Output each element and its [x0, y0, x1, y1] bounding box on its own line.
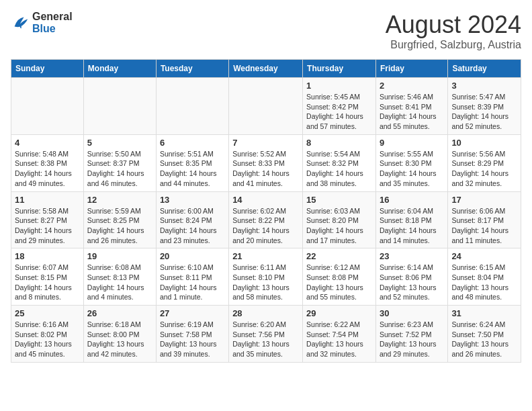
day-number: 23	[380, 251, 444, 261]
location-subtitle: Burgfried, Salzburg, Austria	[386, 39, 521, 51]
day-info: Sunrise: 5:46 AMSunset: 8:41 PMDaylight:…	[380, 92, 444, 132]
calendar-cell: 29Sunrise: 6:22 AMSunset: 7:54 PMDayligh…	[303, 306, 376, 363]
calendar-cell: 7Sunrise: 5:52 AMSunset: 8:33 PMDaylight…	[229, 134, 303, 191]
day-number: 21	[232, 251, 299, 261]
day-info: Sunrise: 5:50 AMSunset: 8:37 PMDaylight:…	[87, 149, 152, 189]
day-number: 9	[380, 138, 444, 148]
logo-text: General Blue	[32, 11, 73, 35]
calendar-cell	[83, 78, 156, 135]
calendar-cell: 2Sunrise: 5:46 AMSunset: 8:41 PMDaylight…	[375, 78, 447, 135]
weekday-header-row: SundayMondayTuesdayWednesdayThursdayFrid…	[11, 60, 521, 78]
weekday-header-sunday: Sunday	[11, 60, 84, 78]
day-info: Sunrise: 6:24 AMSunset: 7:50 PMDaylight:…	[451, 320, 517, 359]
day-info: Sunrise: 5:52 AMSunset: 8:33 PMDaylight:…	[232, 149, 299, 189]
calendar-cell: 9Sunrise: 5:55 AMSunset: 8:30 PMDaylight…	[375, 134, 447, 191]
day-info: Sunrise: 6:15 AMSunset: 8:04 PMDaylight:…	[451, 263, 517, 302]
day-info: Sunrise: 6:16 AMSunset: 8:02 PMDaylight:…	[15, 320, 80, 359]
day-number: 6	[160, 138, 225, 148]
calendar-week-3: 11Sunrise: 5:58 AMSunset: 8:27 PMDayligh…	[11, 191, 521, 248]
weekday-header-monday: Monday	[83, 60, 156, 78]
weekday-header-saturday: Saturday	[448, 60, 521, 78]
day-info: Sunrise: 6:23 AMSunset: 7:52 PMDaylight:…	[380, 320, 444, 359]
day-number: 27	[160, 308, 225, 318]
calendar-cell: 31Sunrise: 6:24 AMSunset: 7:50 PMDayligh…	[448, 306, 521, 363]
day-number: 30	[380, 308, 444, 318]
calendar-cell: 25Sunrise: 6:16 AMSunset: 8:02 PMDayligh…	[11, 306, 84, 363]
calendar-week-1: 1Sunrise: 5:45 AMSunset: 8:42 PMDaylight…	[11, 78, 521, 135]
day-info: Sunrise: 6:22 AMSunset: 7:54 PMDaylight:…	[306, 320, 372, 359]
day-info: Sunrise: 6:06 AMSunset: 8:17 PMDaylight:…	[451, 206, 517, 246]
day-number: 16	[380, 195, 444, 205]
day-info: Sunrise: 6:02 AMSunset: 8:22 PMDaylight:…	[232, 206, 299, 246]
day-info: Sunrise: 5:45 AMSunset: 8:42 PMDaylight:…	[306, 92, 372, 132]
calendar-cell: 4Sunrise: 5:48 AMSunset: 8:38 PMDaylight…	[11, 134, 84, 191]
day-number: 8	[306, 138, 372, 148]
calendar-cell	[156, 78, 228, 135]
calendar-cell: 22Sunrise: 6:12 AMSunset: 8:08 PMDayligh…	[303, 248, 376, 306]
calendar-cell: 6Sunrise: 5:51 AMSunset: 8:35 PMDaylight…	[156, 134, 228, 191]
day-info: Sunrise: 6:03 AMSunset: 8:20 PMDaylight:…	[306, 206, 372, 246]
day-info: Sunrise: 6:11 AMSunset: 8:10 PMDaylight:…	[232, 263, 299, 302]
day-info: Sunrise: 6:07 AMSunset: 8:15 PMDaylight:…	[15, 263, 80, 302]
calendar-cell: 18Sunrise: 6:07 AMSunset: 8:15 PMDayligh…	[11, 248, 84, 306]
day-number: 3	[451, 81, 517, 91]
day-number: 14	[232, 195, 299, 205]
calendar-cell: 8Sunrise: 5:54 AMSunset: 8:32 PMDaylight…	[303, 134, 376, 191]
day-number: 28	[232, 308, 299, 318]
day-info: Sunrise: 6:19 AMSunset: 7:58 PMDaylight:…	[160, 320, 225, 359]
day-info: Sunrise: 5:51 AMSunset: 8:35 PMDaylight:…	[160, 149, 225, 189]
day-info: Sunrise: 6:08 AMSunset: 8:13 PMDaylight:…	[87, 263, 152, 302]
day-number: 18	[15, 251, 80, 261]
calendar-cell: 1Sunrise: 5:45 AMSunset: 8:42 PMDaylight…	[303, 78, 376, 135]
calendar-cell: 14Sunrise: 6:02 AMSunset: 8:22 PMDayligh…	[229, 191, 303, 248]
calendar-cell: 21Sunrise: 6:11 AMSunset: 8:10 PMDayligh…	[229, 248, 303, 306]
day-number: 19	[87, 251, 152, 261]
day-number: 24	[451, 251, 517, 261]
calendar-cell: 17Sunrise: 6:06 AMSunset: 8:17 PMDayligh…	[448, 191, 521, 248]
page-header: General Blue August 2024 Burgfried, Salz…	[11, 11, 521, 51]
calendar-cell: 10Sunrise: 5:56 AMSunset: 8:29 PMDayligh…	[448, 134, 521, 191]
day-number: 10	[451, 138, 517, 148]
day-number: 4	[15, 138, 80, 148]
day-number: 12	[87, 195, 152, 205]
calendar-cell: 16Sunrise: 6:04 AMSunset: 8:18 PMDayligh…	[375, 191, 447, 248]
day-number: 15	[306, 195, 372, 205]
day-number: 2	[380, 81, 444, 91]
calendar-cell: 30Sunrise: 6:23 AMSunset: 7:52 PMDayligh…	[375, 306, 447, 363]
calendar-cell: 5Sunrise: 5:50 AMSunset: 8:37 PMDaylight…	[83, 134, 156, 191]
day-info: Sunrise: 5:48 AMSunset: 8:38 PMDaylight:…	[15, 149, 80, 189]
day-number: 1	[306, 81, 372, 91]
weekday-header-wednesday: Wednesday	[229, 60, 303, 78]
title-block: August 2024 Burgfried, Salzburg, Austria	[386, 11, 521, 51]
calendar-cell: 3Sunrise: 5:47 AMSunset: 8:39 PMDaylight…	[448, 78, 521, 135]
day-number: 11	[15, 195, 80, 205]
logo: General Blue	[11, 11, 73, 35]
calendar-week-2: 4Sunrise: 5:48 AMSunset: 8:38 PMDaylight…	[11, 134, 521, 191]
day-number: 29	[306, 308, 372, 318]
logo-icon	[11, 13, 30, 32]
weekday-header-thursday: Thursday	[303, 60, 376, 78]
day-number: 31	[451, 308, 517, 318]
day-info: Sunrise: 6:12 AMSunset: 8:08 PMDaylight:…	[306, 263, 372, 302]
day-info: Sunrise: 5:59 AMSunset: 8:25 PMDaylight:…	[87, 206, 152, 246]
calendar-cell: 19Sunrise: 6:08 AMSunset: 8:13 PMDayligh…	[83, 248, 156, 306]
calendar-cell: 23Sunrise: 6:14 AMSunset: 8:06 PMDayligh…	[375, 248, 447, 306]
day-info: Sunrise: 5:54 AMSunset: 8:32 PMDaylight:…	[306, 149, 372, 189]
calendar-cell: 28Sunrise: 6:20 AMSunset: 7:56 PMDayligh…	[229, 306, 303, 363]
day-number: 7	[232, 138, 299, 148]
day-info: Sunrise: 6:20 AMSunset: 7:56 PMDaylight:…	[232, 320, 299, 359]
calendar-cell: 11Sunrise: 5:58 AMSunset: 8:27 PMDayligh…	[11, 191, 84, 248]
calendar-table: SundayMondayTuesdayWednesdayThursdayFrid…	[11, 59, 521, 363]
calendar-week-4: 18Sunrise: 6:07 AMSunset: 8:15 PMDayligh…	[11, 248, 521, 306]
calendar-cell: 27Sunrise: 6:19 AMSunset: 7:58 PMDayligh…	[156, 306, 228, 363]
weekday-header-friday: Friday	[375, 60, 447, 78]
day-number: 5	[87, 138, 152, 148]
day-info: Sunrise: 5:56 AMSunset: 8:29 PMDaylight:…	[451, 149, 517, 189]
day-number: 20	[160, 251, 225, 261]
day-info: Sunrise: 6:00 AMSunset: 8:24 PMDaylight:…	[160, 206, 225, 246]
calendar-cell: 13Sunrise: 6:00 AMSunset: 8:24 PMDayligh…	[156, 191, 228, 248]
calendar-cell	[229, 78, 303, 135]
day-info: Sunrise: 5:55 AMSunset: 8:30 PMDaylight:…	[380, 149, 444, 189]
weekday-header-tuesday: Tuesday	[156, 60, 228, 78]
day-info: Sunrise: 5:47 AMSunset: 8:39 PMDaylight:…	[451, 92, 517, 132]
